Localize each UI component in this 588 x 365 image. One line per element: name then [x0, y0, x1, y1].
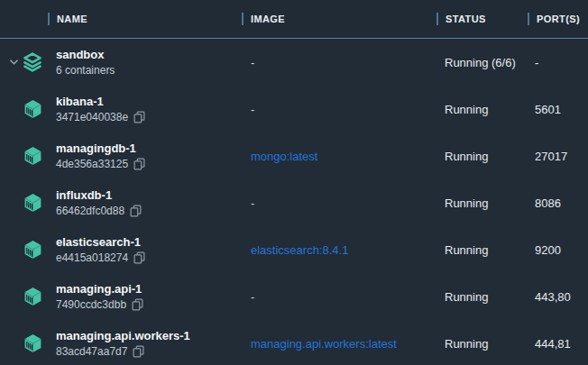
- column-header-ports[interactable]: PORT(S): [528, 13, 588, 25]
- ports-cell: 444,81: [528, 337, 588, 351]
- name-cell: sandbox 6 containers: [0, 39, 242, 86]
- column-header-label: STATUS: [446, 14, 486, 24]
- copy-button[interactable]: [133, 158, 145, 170]
- table-header: NAME IMAGE STATUS PORT(S): [0, 0, 588, 39]
- copy-icon: [133, 251, 145, 264]
- container-name: managing.api.workers-1: [56, 329, 190, 343]
- container-icon: [23, 98, 43, 120]
- copy-icon: [133, 158, 145, 170]
- container-id: 3471e040038e: [56, 111, 128, 123]
- stack-icon: [22, 50, 43, 74]
- copy-icon: [133, 111, 145, 123]
- status-cell: Running: [436, 150, 528, 163]
- image-cell[interactable]: elasticsearch:8.4.1: [242, 243, 436, 257]
- column-header-name[interactable]: NAME: [0, 13, 242, 25]
- ports-cell: 27017: [528, 150, 588, 163]
- container-row[interactable]: managing.api.workers-1 83acd47aa7d7 mana…: [0, 320, 588, 365]
- column-separator: [436, 13, 438, 25]
- image-cell[interactable]: managing.api.workers:latest: [242, 337, 436, 351]
- status-cell: Running (6/6): [436, 56, 528, 69]
- container-id: 6 containers: [56, 64, 115, 77]
- container-icon: [23, 192, 43, 214]
- column-header-label: PORT(S): [537, 14, 580, 24]
- ports-cell: 8086: [528, 196, 588, 210]
- copy-icon: [132, 298, 143, 311]
- image-cell: -: [242, 56, 436, 69]
- status-cell: Running: [436, 337, 528, 351]
- name-cell: managing.api.workers-1 83acd47aa7d7: [0, 320, 242, 365]
- copy-icon: [133, 345, 144, 358]
- name-cell: influxdb-1 66462dfc0d88: [0, 179, 242, 226]
- container-name: influxdb-1: [56, 188, 142, 203]
- chevron-down-icon: [9, 59, 19, 66]
- container-row[interactable]: elasticsearch-1 e4415a018274 elasticsear…: [0, 226, 588, 273]
- copy-button[interactable]: [133, 345, 144, 358]
- container-icon: [23, 286, 43, 307]
- image-cell[interactable]: mongo:latest: [242, 150, 436, 163]
- container-name: managingdb-1: [56, 141, 145, 156]
- column-header-status[interactable]: STATUS: [436, 13, 528, 25]
- copy-button[interactable]: [133, 111, 145, 123]
- ports-cell: 9200: [528, 243, 588, 257]
- ports-cell: -: [528, 56, 588, 69]
- name-cell: kibana-1 3471e040038e: [0, 86, 242, 132]
- container-icon: [23, 145, 43, 167]
- status-cell: Running: [436, 196, 528, 210]
- image-cell: -: [242, 103, 436, 116]
- status-cell: Running: [436, 103, 528, 116]
- image-cell: -: [242, 290, 436, 304]
- containers-table: NAME IMAGE STATUS PORT(S): [0, 0, 588, 365]
- name-cell: managing.api-1 7490ccdc3dbb: [0, 273, 242, 320]
- column-separator: [528, 13, 529, 25]
- copy-button[interactable]: [133, 251, 145, 264]
- ports-cell: 443,80: [528, 290, 588, 304]
- container-name: sandbox: [56, 48, 115, 62]
- copy-button[interactable]: [130, 205, 142, 217]
- column-header-label: IMAGE: [251, 14, 285, 24]
- container-id: 7490ccdc3dbb: [56, 298, 126, 311]
- copy-button[interactable]: [132, 298, 143, 311]
- name-cell: elasticsearch-1 e4415a018274: [0, 226, 242, 273]
- column-separator: [48, 13, 50, 25]
- container-id: 4de356a33125: [56, 158, 128, 170]
- container-id: e4415a018274: [56, 251, 128, 264]
- group-row[interactable]: sandbox 6 containers - Running (6/6) -: [0, 39, 588, 86]
- column-header-label: NAME: [57, 14, 87, 24]
- container-id: 83acd47aa7d7: [56, 345, 127, 358]
- container-icon: [23, 239, 43, 260]
- copy-icon: [130, 205, 142, 217]
- container-name: managing.api-1: [56, 282, 143, 297]
- ports-cell: 5601: [528, 103, 588, 116]
- expand-toggle[interactable]: [5, 59, 22, 66]
- status-cell: Running: [436, 290, 528, 304]
- container-name: elasticsearch-1: [56, 235, 145, 250]
- container-row[interactable]: managing.api-1 7490ccdc3dbb - Running 44…: [0, 273, 588, 320]
- container-id: 66462dfc0d88: [56, 205, 124, 217]
- container-name: kibana-1: [56, 95, 145, 109]
- column-header-image[interactable]: IMAGE: [242, 13, 436, 25]
- container-row[interactable]: influxdb-1 66462dfc0d88 - Running 8086: [0, 179, 588, 226]
- column-separator: [242, 13, 243, 25]
- table-body: sandbox 6 containers - Running (6/6) -: [0, 39, 588, 365]
- container-row[interactable]: kibana-1 3471e040038e - Running 5601: [0, 86, 588, 132]
- container-row[interactable]: managingdb-1 4de356a33125 mongo:latest R…: [0, 132, 588, 179]
- image-cell: -: [242, 196, 436, 210]
- name-cell: managingdb-1 4de356a33125: [0, 132, 242, 179]
- container-icon: [23, 333, 43, 354]
- status-cell: Running: [436, 243, 528, 257]
